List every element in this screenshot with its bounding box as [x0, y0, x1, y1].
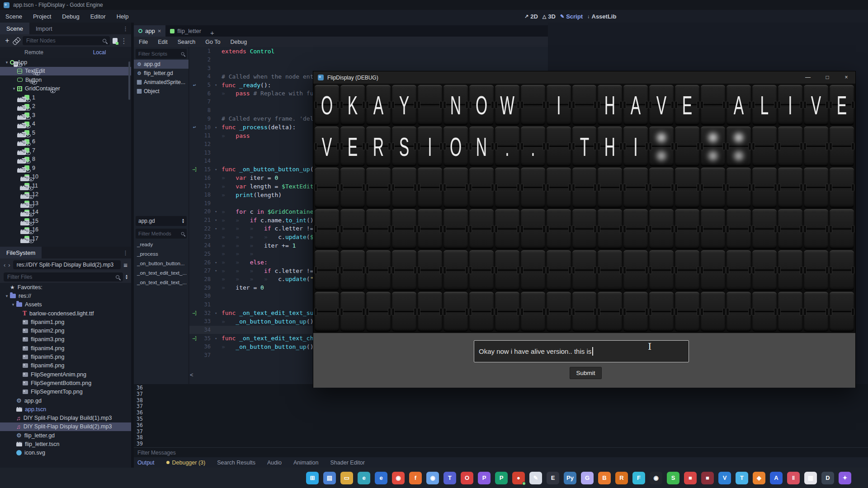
taskbar-stripes-app-icon[interactable]: ▥	[804, 472, 817, 484]
filter-messages-input[interactable]: Filter Messages	[134, 447, 868, 457]
bottom-tab-animation[interactable]: Animation	[293, 460, 319, 466]
current-script-dropdown[interactable]: app.gd ▴▾	[136, 216, 187, 226]
sidebar-collapse-arrow[interactable]: <	[190, 371, 193, 378]
expander-icon[interactable]: ▾	[4, 294, 10, 298]
expander-icon[interactable]: ▾	[11, 86, 17, 91]
file-FlipSegmentBottom.png[interactable]: FlipSegmentBottom.png	[0, 379, 131, 387]
close-tab-icon[interactable]: ×	[158, 28, 161, 34]
taskbar-rust-app-icon[interactable]: R	[615, 472, 628, 484]
code-line-2[interactable]: 2	[189, 56, 548, 64]
taskbar-firefox-icon[interactable]: f	[409, 472, 422, 484]
scene-node-11[interactable]: 11	[0, 181, 131, 190]
scene-node-App[interactable]: ▾App	[0, 58, 131, 67]
fold-arrow-icon[interactable]: ▾	[215, 167, 222, 172]
scroll-icon[interactable]	[14, 61, 18, 67]
film-icon[interactable]	[20, 239, 26, 243]
film-icon[interactable]	[20, 221, 26, 225]
film-icon[interactable]	[17, 150, 23, 155]
method--on-button-button-[interactable]: _on_button_button...	[134, 258, 189, 268]
script-tab-flip_letter[interactable]: flip_letter	[165, 25, 206, 37]
signal-icon[interactable]	[31, 70, 37, 75]
scene-node-9[interactable]: 9	[0, 164, 131, 173]
new-script-tab-button[interactable]: +	[206, 29, 219, 37]
taskbar-green-app-icon[interactable]: S	[667, 472, 679, 484]
fold-arrow-icon[interactable]: ▾	[215, 125, 222, 130]
scene-node-15[interactable]: 15	[0, 216, 131, 225]
file-app.tscn[interactable]: app.tscn	[0, 405, 131, 413]
taskbar-file-explorer-icon[interactable]: ▤	[323, 472, 336, 484]
script-item-Object[interactable]: Object	[134, 87, 189, 96]
method--ready[interactable]: _ready	[134, 239, 189, 249]
file-FlipSegmentTop.png[interactable]: FlipSegmentTop.png	[0, 388, 131, 396]
code-line-1[interactable]: 1extends Control	[189, 47, 548, 56]
method--on-text-edit-text-[interactable]: _on_text_edit_text_...	[134, 268, 189, 277]
taskbar-ghost-app-icon[interactable]: G	[581, 472, 594, 484]
film-icon[interactable]	[20, 186, 26, 190]
filesystem-menu-icon[interactable]: ⋮	[123, 249, 128, 256]
scene-node-10[interactable]: 10	[0, 173, 131, 182]
override-indicator-icon[interactable]: ↩	[189, 124, 199, 130]
scene-node-GridContainer[interactable]: ▾GridContainer	[0, 84, 131, 94]
nav-forward-icon[interactable]: ›	[8, 262, 10, 268]
maximize-button[interactable]: □	[818, 71, 836, 84]
filter-scripts-input[interactable]: Filter Scripts	[136, 49, 187, 59]
film-icon[interactable]	[17, 168, 23, 173]
taskbar-pycharm-icon[interactable]: P	[495, 472, 508, 484]
scene-node-2[interactable]: 2	[0, 102, 131, 111]
taskbar-chrome-icon[interactable]: ◉	[392, 472, 405, 484]
film-icon[interactable]	[17, 133, 23, 137]
taskbar-chromium-icon[interactable]: ◉	[426, 472, 439, 484]
taskbar-blender-icon[interactable]: B	[598, 472, 611, 484]
script-item-flip-letter.gd[interactable]: ⚙flip_letter.gd	[134, 69, 189, 78]
file-Assets[interactable]: ▾Assets	[0, 300, 131, 309]
taskbar-red-pillar-app-icon[interactable]: ‖	[787, 472, 800, 484]
menu-help[interactable]: Help	[111, 13, 134, 20]
taskbar-blue-a-app-icon[interactable]: A	[770, 472, 783, 484]
film-icon[interactable]	[17, 124, 23, 128]
tab-scene[interactable]: Scene	[0, 23, 29, 34]
connection-indicator-icon[interactable]: →]	[189, 336, 199, 341]
tab-filesystem[interactable]: FileSystem	[0, 247, 42, 258]
script-menu-file[interactable]: File	[134, 39, 153, 45]
file-icon.svg[interactable]: icon.svg	[0, 449, 131, 457]
film-icon[interactable]	[17, 141, 23, 146]
film-icon[interactable]	[20, 194, 26, 199]
scene-node-1[interactable]: 1	[0, 93, 131, 102]
add-node-button[interactable]: +	[4, 37, 11, 45]
scene-node-17[interactable]: 17	[0, 234, 131, 243]
film-icon[interactable]	[20, 212, 26, 216]
filter-nodes-input[interactable]: Filter Nodes	[23, 36, 110, 45]
close-button[interactable]: ×	[837, 71, 855, 84]
taskbar-telegram-icon[interactable]: T	[736, 472, 748, 484]
scene-tree-scrollbar[interactable]	[128, 61, 130, 100]
film-icon[interactable]	[20, 230, 26, 234]
scene-node-13[interactable]: 13	[0, 199, 131, 208]
taskbar-opera-icon[interactable]: O	[461, 472, 473, 484]
scene-tabs-menu-icon[interactable]: ⋮	[123, 25, 128, 32]
taskbar-orange-app-icon[interactable]: ◆	[753, 472, 765, 484]
scene-node-6[interactable]: 6	[0, 137, 131, 146]
film-icon[interactable]	[17, 159, 23, 164]
taskbar-epic-games-icon[interactable]: E	[547, 472, 559, 484]
attach-script-icon[interactable]	[113, 38, 118, 44]
method--on-text-edit-text-[interactable]: _on_text_edit_text_...	[134, 277, 189, 287]
menu-scene[interactable]: Scene	[0, 13, 28, 20]
remote-toggle[interactable]: Remote	[0, 49, 68, 56]
script-item-app.gd[interactable]: ⚙app.gd	[134, 60, 189, 69]
taskbar-flutter-icon[interactable]: F	[632, 472, 645, 484]
bottom-tab-search-results[interactable]: Search Results	[217, 460, 255, 466]
file-flipanim4.png[interactable]: flipanim4.png	[0, 344, 131, 352]
scene-node-12[interactable]: 12	[0, 190, 131, 199]
method--process[interactable]: _process	[134, 249, 189, 258]
taskbar-github-icon[interactable]: ◉	[650, 472, 662, 484]
menu-editor[interactable]: Editor	[85, 13, 111, 20]
tab-import[interactable]: Import	[29, 23, 59, 34]
taskbar-alert-app-icon[interactable]: ●	[512, 472, 525, 484]
split-mode-icon[interactable]: ≡	[123, 261, 127, 269]
nav-script[interactable]: ✎Script	[560, 13, 583, 20]
fold-arrow-icon[interactable]: ▾	[215, 336, 222, 341]
bottom-tab-debugger-3-[interactable]: Debugger (3)	[166, 460, 206, 466]
bottom-tab-output[interactable]: Output	[137, 460, 155, 466]
fold-arrow-icon[interactable]: ▾	[215, 83, 222, 87]
script-tab-app[interactable]: app×	[134, 25, 165, 37]
